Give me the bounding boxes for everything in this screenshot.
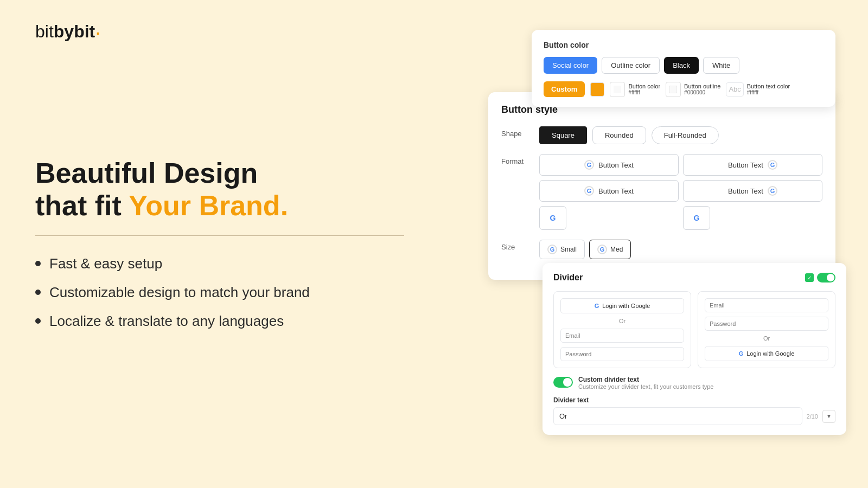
g-icon-3: G bbox=[584, 186, 594, 196]
size-small-btn[interactable]: G Small bbox=[539, 240, 585, 259]
preview-cards: G Login with Google Or Or G Login with G… bbox=[553, 291, 835, 368]
shape-square-btn[interactable]: Square bbox=[539, 126, 587, 144]
feature-item-1: Fast & easy setup bbox=[35, 255, 404, 272]
logo-text: bitbybit· bbox=[35, 22, 101, 41]
char-count: 2/10 bbox=[807, 413, 818, 420]
preview-google-btn-2[interactable]: G Login with Google bbox=[705, 346, 828, 361]
button-color-panel: Button color Social color Outline color … bbox=[532, 30, 835, 107]
size-options: G Small G Med bbox=[539, 240, 631, 259]
custom-divider-section: Custom divider text Customize your divid… bbox=[553, 376, 835, 390]
button-color-value: #ffffff bbox=[628, 89, 660, 95]
preview-google-text-1: Login with Google bbox=[602, 303, 650, 309]
outline-color-value: #000000 bbox=[684, 89, 720, 95]
logo: bitbybit· bbox=[35, 22, 101, 42]
preview-google-btn-1[interactable]: G Login with Google bbox=[560, 298, 684, 313]
panels-container: Button color Social color Outline color … bbox=[488, 30, 835, 464]
button-color-info: Button color #ffffff bbox=[628, 83, 660, 95]
shape-options: Square Rounded Full-Rounded bbox=[539, 126, 719, 144]
feature-text-3: Localize & translate to any languages bbox=[49, 313, 284, 330]
format-btn-text-1: Button Text bbox=[598, 161, 634, 169]
g-preview-icon-2: G bbox=[739, 350, 744, 357]
format-btn-icon-left-1[interactable]: G Button Text bbox=[539, 154, 679, 176]
headline-line1: Beautiful Design bbox=[35, 157, 258, 189]
preview-password-1[interactable] bbox=[560, 347, 684, 361]
g-icon-2: G bbox=[768, 160, 777, 170]
white-color-btn[interactable]: White bbox=[703, 57, 739, 74]
bullet-dot-2 bbox=[35, 290, 41, 295]
size-label: Size bbox=[501, 240, 539, 251]
shape-full-rounded-btn[interactable]: Full-Rounded bbox=[652, 126, 719, 144]
format-btn-icon-left-2[interactable]: G Button Text bbox=[539, 180, 679, 202]
color-buttons-row: Social color Outline color Black White bbox=[544, 57, 824, 74]
format-btn-text-2: Button Text bbox=[728, 161, 763, 169]
button-style-panel: Button style Shape Square Rounded Full-R… bbox=[488, 92, 835, 280]
button-color-label: Button color bbox=[628, 83, 660, 89]
divider-text-input-row: 2/10 ▼ bbox=[553, 407, 835, 425]
g-icon-small: G bbox=[547, 245, 557, 254]
g-icon-6: G bbox=[694, 214, 700, 222]
g-icon-5: G bbox=[550, 214, 556, 222]
format-btn-icon-right-1[interactable]: Button Text G bbox=[683, 154, 822, 176]
g-icon-med: G bbox=[597, 245, 607, 254]
svg-rect-1 bbox=[669, 86, 677, 93]
preview-or-1: Or bbox=[560, 318, 684, 324]
text-color-abc: Abc bbox=[726, 82, 743, 97]
feature-text-1: Fast & easy setup bbox=[49, 255, 162, 272]
text-color-info: Button text color #ffffff bbox=[747, 83, 790, 95]
format-btn-icon-only-1[interactable]: G bbox=[539, 206, 566, 230]
divider-checkbox[interactable]: ✓ bbox=[805, 273, 814, 282]
text-color-value: #ffffff bbox=[747, 89, 790, 95]
bullet-dot-1 bbox=[35, 261, 41, 266]
outline-color-info: Button outline #000000 bbox=[684, 83, 720, 95]
headline-prefix: that fit bbox=[35, 190, 129, 221]
size-med-btn[interactable]: G Med bbox=[589, 240, 631, 259]
g-preview-icon-1: G bbox=[595, 303, 599, 309]
feature-item-2: Customizable design to match your brand bbox=[35, 284, 404, 301]
preview-email-1[interactable] bbox=[560, 329, 684, 343]
headline: Beautiful Design that fit Your Brand. bbox=[35, 157, 404, 222]
format-btn-icon-only-2[interactable]: G bbox=[683, 206, 710, 230]
outline-color-swatch[interactable] bbox=[666, 82, 681, 97]
black-color-btn[interactable]: Black bbox=[664, 57, 699, 74]
format-label: Format bbox=[501, 154, 539, 165]
button-color-title: Button color bbox=[544, 41, 824, 49]
custom-divider-toggle[interactable] bbox=[553, 377, 573, 388]
preview-card-2: Or G Login with Google bbox=[698, 291, 835, 368]
bullet-dot-3 bbox=[35, 318, 41, 324]
preview-google-text-2: Login with Google bbox=[746, 350, 794, 357]
format-btn-text-3: Button Text bbox=[598, 187, 634, 195]
shape-rounded-btn[interactable]: Rounded bbox=[592, 126, 646, 144]
format-btn-text-4: Button Text bbox=[728, 187, 763, 195]
custom-divider-desc: Customize your divider text, fit your cu… bbox=[578, 383, 713, 390]
format-grid: G Button Text Button Text G G Button Tex… bbox=[539, 154, 822, 230]
preview-card-1: G Login with Google Or bbox=[553, 291, 691, 368]
custom-color-btn[interactable]: Custom bbox=[544, 81, 585, 97]
orange-swatch[interactable] bbox=[590, 82, 604, 97]
size-small-label: Small bbox=[560, 246, 577, 253]
g-icon-1: G bbox=[584, 160, 594, 170]
divider-toggle[interactable] bbox=[817, 273, 835, 282]
custom-divider-info: Custom divider text Customize your divid… bbox=[578, 376, 713, 390]
feature-item-3: Localize & translate to any languages bbox=[35, 313, 404, 330]
headline-line2: that fit Your Brand. bbox=[35, 190, 288, 221]
headline-brand: Your Brand. bbox=[129, 190, 288, 221]
preview-password-2[interactable] bbox=[705, 317, 828, 331]
feature-list: Fast & easy setup Customizable design to… bbox=[35, 255, 404, 330]
divider-header: Divider ✓ bbox=[553, 273, 835, 282]
divider-text-field-label: Divider text bbox=[553, 396, 835, 404]
size-row: Size G Small G Med bbox=[501, 240, 822, 259]
button-color-swatch[interactable] bbox=[610, 82, 625, 97]
size-med-label: Med bbox=[610, 246, 623, 253]
outline-color-btn[interactable]: Outline color bbox=[602, 57, 660, 74]
divider-text-input[interactable] bbox=[553, 407, 802, 425]
format-row: Format G Button Text Button Text G G But… bbox=[501, 154, 822, 230]
divider-panel: Divider ✓ G Login with Google Or bbox=[542, 263, 846, 435]
format-btn-icon-right-2[interactable]: Button Text G bbox=[683, 180, 822, 202]
preview-email-2[interactable] bbox=[705, 298, 828, 312]
social-color-btn[interactable]: Social color bbox=[544, 57, 597, 74]
outline-color-label: Button outline bbox=[684, 83, 720, 89]
g-icon-4: G bbox=[768, 186, 777, 196]
preview-or-2: Or bbox=[705, 335, 828, 342]
expand-btn[interactable]: ▼ bbox=[822, 410, 835, 423]
custom-divider-label: Custom divider text bbox=[578, 376, 713, 383]
